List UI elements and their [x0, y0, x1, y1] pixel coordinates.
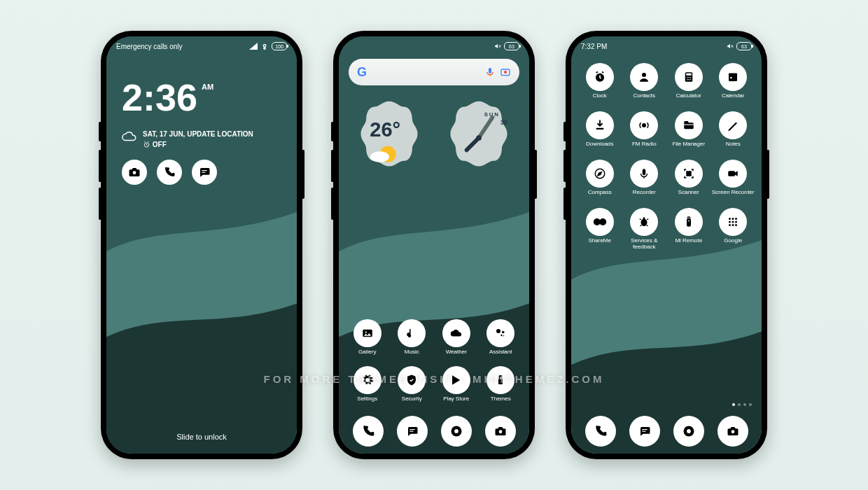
app-assistant[interactable]: Assistant — [479, 319, 523, 360]
app-services[interactable]: Services & feedback — [623, 208, 666, 251]
camera-icon[interactable] — [718, 416, 748, 447]
app-label: Google — [724, 238, 742, 249]
recorder-icon[interactable] — [630, 160, 658, 188]
messages-icon[interactable] — [629, 416, 660, 447]
dialer-icon[interactable] — [353, 416, 384, 447]
app-label: Scanner — [678, 190, 699, 201]
svg-rect-56 — [687, 218, 691, 227]
app-contacts[interactable]: Contacts — [623, 63, 666, 104]
app-music[interactable]: Music — [391, 319, 434, 360]
svg-point-29 — [454, 429, 458, 433]
app-camera[interactable] — [485, 416, 516, 447]
app-messages[interactable] — [629, 416, 660, 447]
app-label: Calendar — [722, 93, 744, 104]
services-icon[interactable] — [630, 208, 658, 236]
app-label: Weather — [446, 349, 467, 360]
app-dialer[interactable] — [585, 416, 616, 447]
filemanager-icon[interactable] — [675, 111, 703, 139]
app-security[interactable]: Security — [391, 366, 434, 407]
svg-rect-50 — [687, 172, 691, 176]
app-notes[interactable]: Notes — [712, 111, 755, 153]
app-fmradio[interactable]: FM Radio — [623, 111, 666, 153]
app-recorder[interactable]: Recorder — [623, 160, 666, 201]
svg-rect-3 — [202, 170, 207, 171]
svg-point-11 — [370, 151, 389, 162]
chrome-icon[interactable] — [673, 416, 704, 447]
scanner-icon[interactable] — [675, 160, 703, 188]
app-google[interactable]: Google — [712, 208, 755, 251]
search-bar[interactable]: G — [349, 59, 519, 85]
app-label: Mi Remote — [675, 238, 702, 249]
weather-icon[interactable] — [442, 319, 470, 347]
app-screenrecorder[interactable]: Screen Recorder — [712, 160, 755, 201]
app-label: Screen Recorder — [712, 190, 754, 201]
svg-rect-43 — [729, 74, 737, 76]
app-dialer[interactable] — [353, 416, 384, 447]
notes-icon[interactable] — [719, 111, 747, 139]
app-label: File Manager — [672, 141, 705, 153]
app-miremote[interactable]: Mi Remote — [667, 208, 710, 251]
app-label: Play Store — [443, 396, 469, 407]
messages-icon[interactable] — [397, 416, 428, 447]
svg-rect-6 — [489, 68, 491, 74]
phone-drawer: 7:32 PM 63 ClockContactsCalculatorCalend… — [566, 31, 767, 459]
dialer-icon[interactable] — [585, 416, 616, 447]
app-label: Downloads — [586, 141, 614, 153]
svg-text:26°: 26° — [370, 118, 400, 141]
app-clock[interactable]: Clock — [578, 63, 622, 104]
music-icon[interactable] — [398, 319, 426, 347]
app-filemanager[interactable]: File Manager — [667, 111, 710, 153]
miremote-icon[interactable] — [675, 208, 703, 236]
screenrecorder-icon[interactable] — [719, 160, 747, 188]
lens-icon[interactable] — [500, 66, 511, 78]
assistant-icon[interactable] — [486, 319, 514, 347]
mic-icon[interactable] — [484, 66, 496, 78]
chrome-icon[interactable] — [441, 416, 472, 447]
messages-icon[interactable] — [192, 160, 217, 185]
compass-icon[interactable] — [586, 160, 614, 188]
app-weather[interactable]: Weather — [435, 319, 478, 360]
mute-icon — [494, 43, 501, 50]
app-gallery[interactable]: Gallery — [346, 319, 389, 360]
fmradio-icon[interactable] — [630, 111, 658, 139]
calendar-icon[interactable] — [719, 63, 747, 91]
app-label: Clock — [593, 93, 607, 104]
app-compass[interactable]: Compass — [578, 160, 622, 201]
shareme-icon[interactable] — [586, 208, 614, 236]
unlock-hint[interactable]: Slide to unlock — [106, 433, 297, 441]
app-playstore[interactable]: Play Store — [435, 366, 478, 407]
app-downloads[interactable]: Downloads — [578, 111, 622, 153]
svg-point-41 — [690, 79, 691, 80]
svg-point-23 — [503, 335, 505, 337]
app-label: Themes — [491, 396, 511, 407]
app-settings[interactable]: Settings — [346, 366, 389, 407]
camera-icon[interactable] — [122, 160, 147, 185]
app-chrome[interactable] — [673, 416, 704, 447]
svg-rect-67 — [642, 429, 648, 430]
status-bar: 63 — [339, 36, 529, 56]
svg-point-39 — [687, 79, 688, 80]
contacts-icon[interactable] — [630, 63, 658, 91]
gallery-icon[interactable] — [354, 319, 382, 347]
svg-point-18 — [365, 331, 366, 332]
clock-icon[interactable] — [586, 63, 614, 91]
app-messages[interactable] — [397, 416, 428, 447]
clock-widget[interactable]: SUN 30 — [438, 97, 519, 179]
downloads-icon[interactable] — [586, 111, 614, 139]
svg-point-70 — [687, 429, 691, 433]
app-chrome[interactable] — [441, 416, 472, 447]
app-label: Calculator — [676, 93, 701, 104]
app-camera[interactable] — [718, 416, 748, 447]
app-scanner[interactable]: Scanner — [667, 160, 710, 201]
svg-point-59 — [732, 218, 734, 220]
google-icon[interactable] — [719, 208, 747, 236]
app-shareme[interactable]: ShareMe — [578, 208, 622, 251]
app-calendar[interactable]: Calendar — [712, 63, 755, 104]
phone-icon[interactable] — [157, 160, 182, 185]
app-themes[interactable]: Themes — [479, 366, 523, 407]
camera-icon[interactable] — [485, 416, 516, 447]
page-indicator — [732, 403, 752, 406]
weather-widget[interactable]: 26° — [349, 97, 430, 179]
app-calculator[interactable]: Calculator — [667, 63, 710, 104]
calculator-icon[interactable] — [675, 63, 703, 91]
